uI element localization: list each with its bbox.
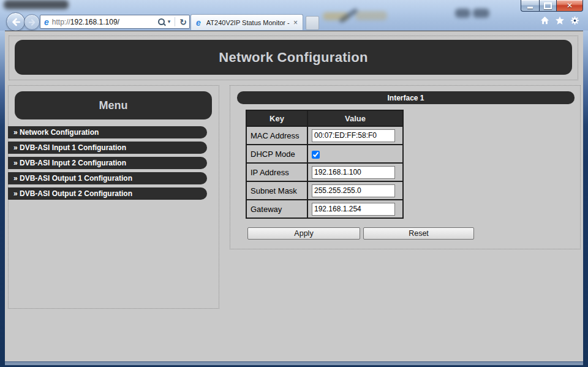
forward-button[interactable] [24, 14, 40, 30]
ip-address-field[interactable] [312, 166, 395, 179]
menu-item-network-configuration[interactable]: » Network Configuration [8, 126, 207, 138]
favorites-button[interactable] [555, 16, 565, 25]
reset-button[interactable]: Reset [363, 227, 474, 240]
row-label-mac-address: MAC Address [246, 126, 307, 145]
interface-title: Interface 1 [237, 91, 575, 104]
glass-reflection [455, 9, 470, 18]
refresh-icon[interactable]: ↻ [179, 18, 187, 26]
arrow-left-icon [10, 17, 21, 28]
row-label-ip-address: IP Address [246, 163, 307, 181]
gateway-field[interactable] [312, 203, 395, 216]
apply-button[interactable]: Apply [247, 227, 360, 240]
window-frame-bottom [5, 361, 583, 365]
minimize-icon [527, 7, 533, 9]
tab-title: AT240V2IP Status Monitor -... [206, 19, 290, 26]
url-host: 192.168.1.109/ [70, 18, 119, 26]
chevron-down-icon[interactable]: ▾ [168, 19, 171, 25]
window-controls: ✕ [521, 0, 583, 12]
row-label-dhcp-mode: DHCP Mode [246, 145, 307, 163]
menu-title: Menu [15, 91, 212, 119]
divider [175, 17, 175, 26]
url-text[interactable]: http://192.168.1.109/ [52, 18, 158, 26]
close-button[interactable]: ✕ [556, 0, 583, 12]
new-tab-button[interactable] [306, 16, 319, 30]
browser-tab[interactable]: e AT240V2IP Status Monitor -... × [190, 14, 303, 30]
page-content: Network Configuration Menu » Network Con… [5, 31, 583, 362]
subnet-mask-field[interactable] [312, 184, 395, 197]
search-icon[interactable] [158, 18, 165, 25]
maximize-button[interactable] [539, 0, 556, 12]
glass-reflection [355, 11, 387, 20]
table-row: MAC Address [246, 126, 403, 145]
page-title: Network Configuration [15, 40, 572, 75]
column-header-key: Key [246, 110, 307, 126]
close-icon: ✕ [567, 2, 573, 9]
tab-close-icon[interactable]: × [292, 19, 299, 26]
address-bar[interactable]: e http://192.168.1.109/ ▾ ↻ [40, 15, 190, 29]
ie-favicon-icon: e [44, 18, 49, 26]
back-button[interactable] [6, 12, 25, 31]
table-row: Gateway [246, 200, 403, 218]
tab-favicon-icon: e [196, 18, 201, 27]
mac-address-field[interactable] [312, 129, 395, 142]
tools-button[interactable] [570, 16, 579, 25]
row-label-subnet-mask: Subnet Mask [246, 181, 307, 200]
menu-list: » Network Configuration » DVB-ASI Input … [8, 126, 207, 203]
home-button[interactable] [540, 16, 549, 25]
star-icon [555, 16, 565, 25]
arrow-right-icon [28, 18, 37, 27]
menu-item-dvb-asi-output-1[interactable]: » DVB-ASI Output 1 Configuration [8, 172, 207, 184]
dhcp-mode-checkbox[interactable] [312, 151, 320, 159]
maximize-icon [544, 2, 552, 9]
table-row: IP Address [246, 163, 403, 181]
menu-item-dvb-asi-input-1[interactable]: » DVB-ASI Input 1 Configuration [8, 142, 207, 154]
glass-reflection [473, 9, 489, 18]
interface-table: Key Value MAC Address DHCP Mode IP Addre… [246, 110, 404, 219]
table-row: Subnet Mask [246, 181, 403, 200]
home-icon [540, 16, 549, 25]
menu-item-dvb-asi-input-2[interactable]: » DVB-ASI Input 2 Configuration [8, 157, 207, 169]
table-row: DHCP Mode [246, 145, 403, 163]
url-scheme: http:// [52, 18, 70, 26]
browser-window: ✕ e http://192.168.1.109/ ▾ ↻ e AT240V2I… [0, 0, 588, 367]
column-header-value: Value [307, 110, 403, 126]
row-label-gateway: Gateway [246, 200, 307, 218]
gear-icon [570, 16, 579, 25]
glass-reflection [4, 0, 69, 9]
table-header-row: Key Value [246, 110, 403, 126]
menu-item-dvb-asi-output-2[interactable]: » DVB-ASI Output 2 Configuration [8, 187, 207, 200]
minimize-button[interactable] [521, 0, 539, 12]
